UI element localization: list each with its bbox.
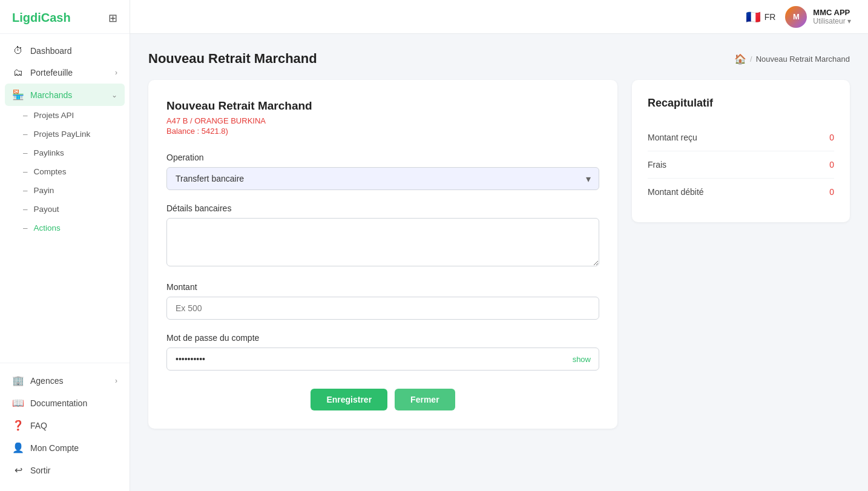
details-textarea[interactable] <box>166 218 599 266</box>
sidebar-bottom: 🏢 Agences › 📖 Documentation ❓ FAQ 👤 Mon … <box>0 363 130 491</box>
password-wrapper: show <box>166 348 599 371</box>
summary-row-value: 0 <box>829 133 834 142</box>
sub-item-label: Paylinks <box>34 148 64 157</box>
marchands-icon: 🏪 <box>12 89 24 101</box>
flag-icon: 🇫🇷 <box>746 10 761 24</box>
user-name: MMC APP <box>813 8 851 17</box>
summary-title: Recapitulatif <box>648 97 834 110</box>
avatar: M <box>785 6 807 28</box>
sidebar-item-marchands[interactable]: 🏪 Marchands ⌄ <box>5 84 125 106</box>
page-header: Nouveau Retrait Marchand 🏠 / Nouveau Ret… <box>148 51 850 67</box>
page-title: Nouveau Retrait Marchand <box>148 51 317 67</box>
summary-row-montant-debite: Montant débité 0 <box>648 179 834 205</box>
chevron-down-icon: ⌄ <box>111 91 117 99</box>
breadcrumb: 🏠 / Nouveau Retrait Marchand <box>734 53 850 65</box>
operation-group: Operation Transfert bancaire Mobile Mone… <box>166 153 599 190</box>
password-label: Mot de passe du compte <box>166 333 599 343</box>
home-icon[interactable]: 🏠 <box>734 53 746 65</box>
chevron-right-icon: › <box>115 377 117 385</box>
sidebar-item-payin[interactable]: Payin <box>0 181 130 200</box>
portefeuille-icon: 🗂 <box>12 67 24 78</box>
summary-row-frais: Frais 0 <box>648 151 834 179</box>
montant-group: Montant <box>166 282 599 320</box>
main-area: 🇫🇷 FR M MMC APP Utilisateur ▾ Nouveau Re… <box>130 0 868 491</box>
sidebar-item-dashboard[interactable]: ⏱ Dashboard <box>0 40 130 62</box>
signout-icon: ↩ <box>12 464 24 476</box>
merchant-id: A47 B / ORANGE BURKINA <box>166 116 599 125</box>
sidebar-item-faq[interactable]: ❓ FAQ <box>0 414 130 437</box>
language-selector[interactable]: 🇫🇷 FR <box>746 10 776 24</box>
dashboard-icon: ⏱ <box>12 45 24 56</box>
sub-item-label: Projets PayLink <box>34 130 91 139</box>
sidebar-item-label: Agences <box>30 376 63 386</box>
sidebar-item-label: FAQ <box>30 421 47 430</box>
faq-icon: ❓ <box>12 420 24 431</box>
card-layout: Nouveau Retrait Marchand A47 B / ORANGE … <box>148 80 850 429</box>
marchands-submenu: Projets API Projets PayLink Paylinks Com… <box>0 106 130 237</box>
sidebar-item-label: Portefeuille <box>30 68 73 77</box>
sidebar-logo-area: LigdiCash ⊞ <box>0 0 130 34</box>
form-actions: Enregistrer Fermer <box>166 389 599 410</box>
documentation-icon: 📖 <box>12 397 24 409</box>
user-icon: 👤 <box>12 442 24 453</box>
sub-item-label: Actions <box>34 223 61 232</box>
sidebar-item-documentation[interactable]: 📖 Documentation <box>0 392 130 414</box>
summary-row-montant-recu: Montant reçu 0 <box>648 124 834 151</box>
topbar: 🇫🇷 FR M MMC APP Utilisateur ▾ <box>130 0 868 34</box>
summary-row-label: Montant débité <box>648 187 704 197</box>
agences-icon: 🏢 <box>12 375 24 386</box>
sidebar-item-label: Dashboard <box>30 46 72 56</box>
sidebar-item-projets-paylink[interactable]: Projets PayLink <box>0 125 130 143</box>
user-info: MMC APP Utilisateur ▾ <box>813 8 851 25</box>
breadcrumb-separator: / <box>750 54 752 64</box>
sidebar-item-payout[interactable]: Payout <box>0 200 130 219</box>
summary-row-value: 0 <box>829 187 834 197</box>
montant-label: Montant <box>166 282 599 292</box>
operation-select-wrapper: Transfert bancaire Mobile Money Autre <box>166 167 599 190</box>
sidebar-item-label: Mon Compte <box>30 443 79 453</box>
details-group: Détails bancaires <box>166 203 599 269</box>
sidebar-item-sortir[interactable]: ↩ Sortir <box>0 459 130 481</box>
form-card: Nouveau Retrait Marchand A47 B / ORANGE … <box>148 80 617 429</box>
form-card-title: Nouveau Retrait Marchand <box>166 99 599 113</box>
sidebar-nav: ⏱ Dashboard 🗂 Portefeuille › 🏪 Marchands… <box>0 34 130 363</box>
summary-row-label: Montant reçu <box>648 133 697 142</box>
sidebar-item-mon-compte[interactable]: 👤 Mon Compte <box>0 437 130 459</box>
breadcrumb-current: Nouveau Retrait Marchand <box>756 54 850 64</box>
summary-card: Recapitulatif Montant reçu 0 Frais 0 Mon… <box>632 80 850 222</box>
summary-row-label: Frais <box>648 160 666 170</box>
password-input[interactable] <box>166 348 599 371</box>
operation-label: Operation <box>166 153 599 162</box>
sidebar-item-comptes[interactable]: Comptes <box>0 162 130 181</box>
chevron-right-icon: › <box>115 68 117 77</box>
sidebar-item-label: Marchands <box>30 90 72 100</box>
details-label: Détails bancaires <box>166 203 599 213</box>
grid-icon[interactable]: ⊞ <box>108 12 117 25</box>
sub-item-label: Payin <box>34 186 54 195</box>
sub-item-label: Projets API <box>34 111 74 120</box>
sidebar-item-portefeuille[interactable]: 🗂 Portefeuille › <box>0 62 130 84</box>
sidebar-item-label: Documentation <box>30 398 87 408</box>
sidebar-item-label: Sortir <box>30 466 50 475</box>
sub-item-label: Payout <box>34 205 59 214</box>
content-area: Nouveau Retrait Marchand 🏠 / Nouveau Ret… <box>130 34 868 491</box>
sidebar-item-paylinks[interactable]: Paylinks <box>0 143 130 162</box>
operation-select[interactable]: Transfert bancaire Mobile Money Autre <box>166 167 599 190</box>
summary-row-value: 0 <box>829 160 834 170</box>
sidebar-item-agences[interactable]: 🏢 Agences › <box>0 369 130 392</box>
sidebar-item-projets-api[interactable]: Projets API <box>0 106 130 125</box>
sidebar-item-actions[interactable]: Actions <box>0 219 130 237</box>
balance-text: Balance : 5421.8) <box>166 127 599 136</box>
show-password-button[interactable]: show <box>573 355 591 364</box>
cancel-button[interactable]: Fermer <box>395 389 455 410</box>
sidebar: LigdiCash ⊞ ⏱ Dashboard 🗂 Portefeuille ›… <box>0 0 130 491</box>
montant-input[interactable] <box>166 297 599 320</box>
save-button[interactable]: Enregistrer <box>311 389 387 410</box>
language-label: FR <box>764 12 776 22</box>
app-logo: LigdiCash <box>12 11 71 25</box>
password-group: Mot de passe du compte show <box>166 333 599 371</box>
user-menu[interactable]: M MMC APP Utilisateur ▾ <box>785 6 851 28</box>
user-role: Utilisateur ▾ <box>813 17 851 25</box>
sub-item-label: Comptes <box>34 167 67 176</box>
